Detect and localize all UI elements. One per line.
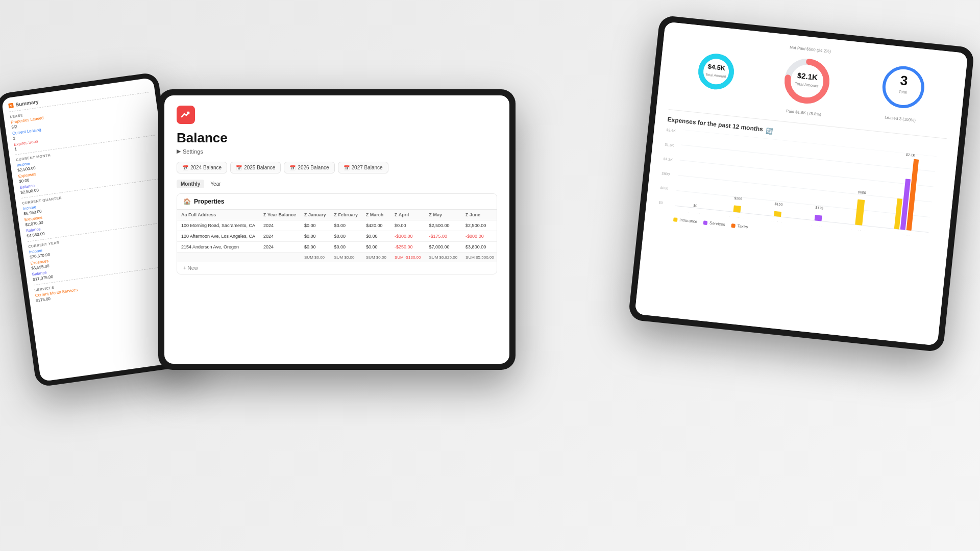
- svg-text:Apr 2024: Apr 2024: [810, 224, 825, 230]
- y-axis: $2.4K $1.6K $1.2K $800 $600 $0: [658, 128, 676, 205]
- table-row: 120 Afternoon Ave, Los Angeles, CA 2024 …: [177, 231, 497, 242]
- year-tabs: 📅 2024 Balance 📅 2025 Balance 📅 2026 Bal…: [177, 162, 497, 173]
- properties-section: 🏠 Properties Aa Full Address Σ Year Bala…: [177, 193, 497, 274]
- insurance-color: [673, 217, 678, 222]
- svg-rect-21: [733, 205, 741, 212]
- addr-2: 120 Afternoon Ave, Los Angeles, CA: [177, 231, 259, 242]
- tab-2027[interactable]: 📅 2027 Balance: [338, 162, 388, 173]
- svg-text:$0: $0: [693, 204, 698, 208]
- properties-title: Properties: [194, 198, 224, 205]
- svg-text:Total Amount: Total Amount: [795, 82, 819, 89]
- svg-text:$4.5K: $4.5K: [707, 63, 726, 72]
- donut-total-count-blue: 3 Total Leased 3 (100%): [874, 59, 932, 123]
- svg-point-3: [699, 55, 733, 88]
- svg-line-15: [680, 160, 934, 187]
- table-row: 100 Morning Road, Sacramento, CA 2024 $0…: [177, 220, 497, 231]
- not-paid-label: Not Paid $500 (24.2%): [790, 45, 831, 54]
- sum-row: SUM $0.00 SUM $0.00 SUM $0.00 SUM -$130.…: [177, 253, 497, 263]
- balance-panel: Balance ▶ Settings 📅 2024 Balance 📅 2025…: [164, 95, 509, 364]
- svg-text:Aug 2024: Aug 2024: [894, 234, 910, 238]
- balance-title: Balance: [177, 130, 497, 146]
- col-jun[interactable]: Σ June: [461, 210, 497, 220]
- insurance-label: Insurance: [679, 217, 698, 224]
- legend-services: Services: [703, 220, 725, 227]
- addr-3: 2154 Anderson Ave, Oregon: [177, 242, 259, 253]
- col-address[interactable]: Aa Full Address: [177, 210, 259, 220]
- tablet-center: Balance ▶ Settings 📅 2024 Balance 📅 2025…: [158, 89, 516, 370]
- view-toggle: Monthly Year: [177, 180, 497, 188]
- svg-text:$150: $150: [774, 202, 782, 207]
- properties-table: Aa Full Address Σ Year Balance Σ January…: [177, 210, 497, 262]
- col-apr[interactable]: Σ April: [390, 210, 425, 220]
- svg-rect-24: [774, 211, 781, 217]
- monthly-view-button[interactable]: Monthly: [177, 180, 204, 188]
- svg-line-17: [676, 190, 930, 217]
- svg-text:Total Amount: Total Amount: [705, 72, 726, 78]
- taxes-label: Taxes: [737, 223, 748, 229]
- svg-text:Jun 2024: Jun 2024: [850, 229, 865, 234]
- calendar-icon-4: 📅: [344, 165, 350, 170]
- svg-rect-27: [815, 215, 822, 221]
- add-row-button[interactable]: + New: [177, 262, 497, 274]
- svg-text:Dec 2024: Dec 2024: [728, 216, 744, 221]
- legend-taxes: Taxes: [731, 223, 748, 229]
- legend-insurance: Insurance: [673, 217, 698, 224]
- services-label: Services: [709, 221, 725, 227]
- svg-text:$2.1K: $2.1K: [906, 153, 916, 157]
- svg-line-18: [675, 206, 928, 232]
- svg-text:Feb 2024: Feb 2024: [769, 220, 785, 226]
- year-view-button[interactable]: Year: [206, 180, 225, 188]
- taxes-color: [731, 223, 736, 228]
- svg-text:3: 3: [900, 72, 909, 88]
- table-row: 2154 Anderson Ave, Oregon 2024 $0.00 $0.…: [177, 242, 497, 253]
- scene: S Summary LEASE Properties Leased 3/2 Cu…: [0, 0, 980, 551]
- svg-text:$2.1K: $2.1K: [797, 71, 818, 82]
- triangle-icon: ▶: [177, 148, 181, 155]
- addr-1: 100 Morning Road, Sacramento, CA: [177, 220, 259, 231]
- app-logo: [177, 106, 195, 124]
- svg-text:$175: $175: [815, 206, 823, 210]
- tablet-right: $4.5K Total Amount Not Paid $500 (24.2%)…: [628, 15, 974, 353]
- calendar-icon: 📅: [182, 165, 188, 170]
- col-year-balance[interactable]: Σ Year Balance: [259, 210, 300, 220]
- calendar-icon-2: 📅: [236, 165, 242, 170]
- svg-rect-30: [855, 199, 865, 226]
- services-color: [703, 220, 708, 225]
- house-icon: 🏠: [183, 198, 191, 205]
- settings-label: Settings: [183, 148, 203, 155]
- tab-2026[interactable]: 📅 2026 Balance: [284, 162, 334, 173]
- col-jan[interactable]: Σ January: [300, 210, 330, 220]
- donuts-row: $4.5K Total Amount Not Paid $500 (24.2%)…: [670, 33, 955, 131]
- refresh-icon[interactable]: 🔄: [766, 128, 773, 135]
- svg-text:$206: $206: [734, 196, 742, 201]
- properties-header: 🏠 Properties: [177, 194, 497, 210]
- tab-2024[interactable]: 📅 2024 Balance: [177, 162, 227, 173]
- col-feb[interactable]: Σ February: [330, 210, 361, 220]
- tab-2025[interactable]: 📅 2025 Balance: [230, 162, 281, 173]
- leased-label: Leased 3 (100%): [885, 115, 916, 122]
- svg-text:Aug 2024: Aug 2024: [687, 212, 702, 217]
- col-may[interactable]: Σ May: [425, 210, 462, 220]
- charts-panel: $4.5K Total Amount Not Paid $500 (24.2%)…: [635, 21, 968, 345]
- year-1: 2024: [259, 220, 300, 231]
- paid-label: Paid $1.6K (75.8%): [786, 109, 822, 117]
- col-mar[interactable]: Σ March: [362, 210, 390, 220]
- svg-line-16: [678, 176, 932, 202]
- donut-total-amount-cyan: $4.5K Total Amount: [694, 49, 739, 94]
- calendar-icon-3: 📅: [289, 165, 296, 170]
- donut-total-amount-pink: Not Paid $500 (24.2%) $2.1K Total Amount…: [778, 44, 836, 118]
- svg-text:$800: $800: [858, 190, 866, 195]
- svg-text:Total: Total: [898, 89, 908, 94]
- settings-row[interactable]: ▶ Settings: [177, 148, 497, 155]
